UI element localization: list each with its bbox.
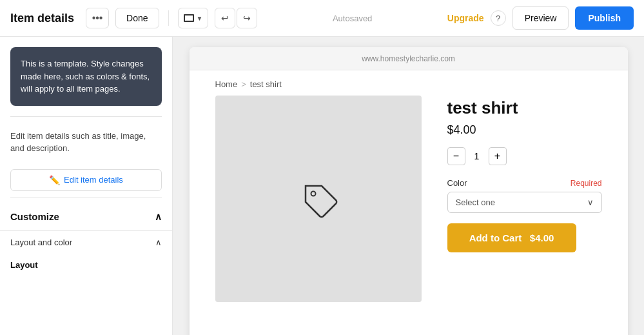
product-title: test shirt xyxy=(447,98,602,118)
breadcrumb: Home > test shirt xyxy=(190,70,628,96)
edit-item-button[interactable]: ✏️ Edit item details xyxy=(10,169,162,191)
product-area: test shirt $4.00 − 1 + Color Required xyxy=(190,96,628,315)
sidebar-divider-1 xyxy=(10,116,162,117)
canvas-area: www.homestylecharlie.com Home > test shi… xyxy=(173,37,644,335)
color-label: Color xyxy=(447,178,467,188)
chevron-down-icon: ∨ xyxy=(587,198,594,207)
layout-color-header[interactable]: Layout and color ∧ xyxy=(0,230,172,254)
desktop-icon xyxy=(184,14,194,22)
quantity-value: 1 xyxy=(471,151,483,161)
quantity-decrease-button[interactable]: − xyxy=(447,147,465,165)
edit-item-label: Edit item details xyxy=(64,175,123,185)
publish-button[interactable]: Publish xyxy=(575,6,634,30)
svg-point-0 xyxy=(311,192,315,196)
color-select-placeholder: Select one xyxy=(456,198,495,207)
undo-redo-group: ↩ ↪ xyxy=(215,8,257,28)
header: Item details ••• Done ▼ ↩ ↪ Autosaved Up… xyxy=(0,0,644,37)
browser-url: www.homestylecharlie.com xyxy=(362,54,455,63)
color-select-dropdown[interactable]: Select one ∨ xyxy=(447,192,602,213)
customize-header[interactable]: Customize ∧ xyxy=(10,211,162,223)
undo-button[interactable]: ↩ xyxy=(215,8,235,28)
chevron-up-icon-2: ∧ xyxy=(155,238,162,247)
divider xyxy=(168,10,169,26)
quantity-row: − 1 + xyxy=(447,147,602,165)
browser-bar: www.homestylecharlie.com xyxy=(190,47,628,70)
chevron-down-icon: ▼ xyxy=(197,15,203,22)
customize-label: Customize xyxy=(10,211,59,222)
preview-button[interactable]: Preview xyxy=(512,6,569,30)
sidebar: This is a template. Style changes made h… xyxy=(0,37,173,335)
upgrade-button[interactable]: Upgrade xyxy=(447,13,484,23)
autosaved-label: Autosaved xyxy=(264,14,440,23)
add-to-cart-button[interactable]: Add to Cart $4.00 xyxy=(447,223,576,252)
layout-label: Layout xyxy=(0,254,172,276)
page-title: Item details xyxy=(10,12,74,25)
help-button[interactable]: ? xyxy=(491,10,506,26)
add-to-cart-price: $4.00 xyxy=(530,232,554,243)
redo-button[interactable]: ↪ xyxy=(237,8,257,28)
layout-color-label: Layout and color xyxy=(10,238,72,247)
color-label-row: Color Required xyxy=(447,178,602,188)
color-required: Required xyxy=(571,179,602,188)
edit-section-text: Edit item details such as title, image, … xyxy=(10,130,162,155)
color-option: Color Required Select one ∨ xyxy=(447,178,602,213)
browser-frame: www.homestylecharlie.com Home > test shi… xyxy=(190,47,628,335)
breadcrumb-current: test shirt xyxy=(250,79,282,89)
header-right: Upgrade ? Preview Publish xyxy=(447,6,634,30)
done-button[interactable]: Done xyxy=(115,8,159,28)
product-image xyxy=(215,96,422,302)
customize-section: Customize ∧ xyxy=(0,203,172,230)
tag-icon xyxy=(299,179,338,218)
sidebar-divider-2 xyxy=(10,198,162,198)
device-selector[interactable]: ▼ xyxy=(178,8,209,28)
product-info: test shirt $4.00 − 1 + Color Required xyxy=(447,96,602,302)
breadcrumb-separator: > xyxy=(241,79,246,89)
product-price: $4.00 xyxy=(447,123,602,137)
template-notice: This is a template. Style changes made h… xyxy=(10,47,162,106)
breadcrumb-home: Home xyxy=(215,79,238,89)
more-button[interactable]: ••• xyxy=(86,8,109,28)
pencil-icon: ✏️ xyxy=(49,175,60,185)
add-to-cart-label: Add to Cart xyxy=(469,232,522,243)
quantity-increase-button[interactable]: + xyxy=(489,147,507,165)
main-layout: This is a template. Style changes made h… xyxy=(0,37,644,335)
page-content: Home > test shirt test shirt $4.00 xyxy=(190,70,628,315)
edit-section: Edit item details such as title, image, … xyxy=(0,122,172,163)
chevron-up-icon: ∧ xyxy=(155,211,162,223)
